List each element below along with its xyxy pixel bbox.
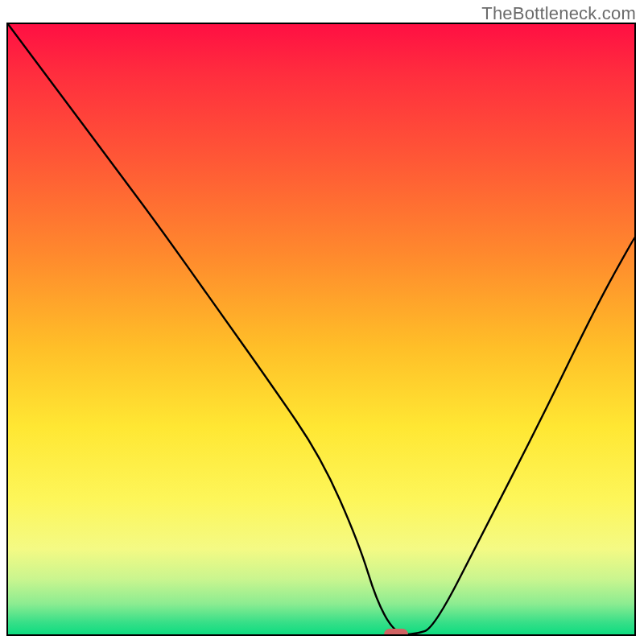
chart-stage: TheBottleneck.com xyxy=(0,0,644,644)
bottleneck-curve xyxy=(8,24,634,634)
optimal-marker xyxy=(384,629,408,636)
chart-frame xyxy=(6,23,636,636)
watermark-text: TheBottleneck.com xyxy=(481,3,636,24)
